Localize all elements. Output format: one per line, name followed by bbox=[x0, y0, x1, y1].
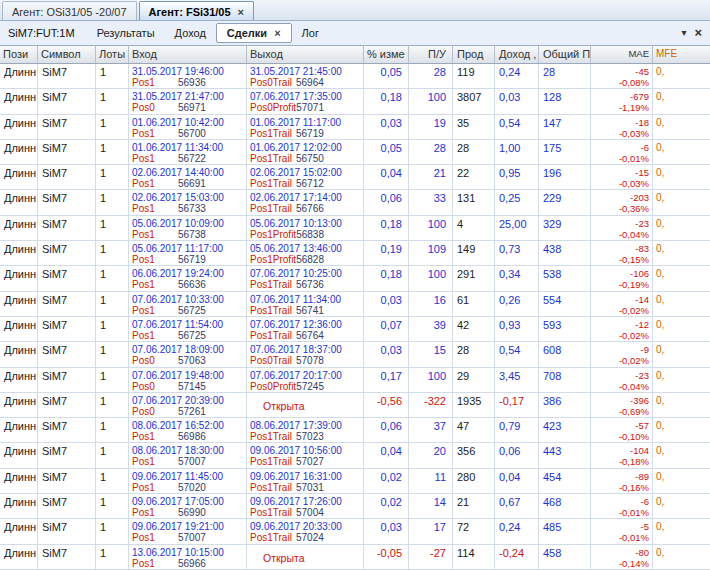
mae-cell: -6 -0,01% bbox=[591, 494, 653, 518]
mae-value: -83 bbox=[591, 243, 649, 254]
close-icon[interactable]: × bbox=[694, 28, 702, 38]
entry-price: 57007 bbox=[178, 532, 206, 543]
col-header-income[interactable]: Доход , bbox=[495, 46, 539, 63]
table-body: Длинн SiM7 1 31.05.2017 19:46:00 Pos1 56… bbox=[0, 64, 710, 570]
exit-date: 07.06.2017 17:35:00 bbox=[247, 91, 363, 102]
mae-percent: -0,15% bbox=[591, 254, 649, 265]
entry-date: 06.06.2017 19:24:00 bbox=[129, 268, 246, 279]
position-cell: Длинн bbox=[0, 266, 38, 290]
pnl-cell: 100 bbox=[409, 266, 453, 290]
mae-cell: -15 -0,03% bbox=[591, 165, 653, 189]
close-icon[interactable]: × bbox=[274, 28, 280, 38]
mae-cell: -106 -0,19% bbox=[591, 266, 653, 290]
entry-signal: Pos1 bbox=[132, 482, 178, 493]
symbol-cell: SiM7 bbox=[38, 418, 96, 442]
col-header-total-pnl[interactable]: Общий П bbox=[539, 46, 591, 63]
close-icon[interactable]: × bbox=[238, 7, 244, 17]
table-row[interactable]: Длинн SiM7 1 09.06.2017 11:45:00 Pos1 57… bbox=[0, 469, 710, 494]
table-row[interactable]: Длинн SiM7 1 01.06.2017 11:34:00 Pos1 56… bbox=[0, 140, 710, 165]
table-row[interactable]: Длинн SiM7 1 07.06.2017 20:39:00 Pos0 57… bbox=[0, 393, 710, 418]
lots-cell: 1 bbox=[96, 393, 129, 417]
duration-cell: 21 bbox=[453, 494, 495, 518]
mfe-cell: 0, bbox=[653, 469, 710, 493]
table-row[interactable]: Длинн SiM7 1 07.06.2017 11:54:00 Pos1 56… bbox=[0, 317, 710, 342]
col-header-symbol[interactable]: Символ bbox=[38, 46, 96, 63]
tab-income[interactable]: Доход bbox=[165, 24, 216, 42]
entry-date: 07.06.2017 19:48:00 bbox=[129, 370, 246, 381]
col-header-lots[interactable]: Лоты bbox=[96, 46, 129, 63]
tab-results[interactable]: Результаты bbox=[87, 24, 165, 42]
total-pnl-cell: 458 bbox=[539, 545, 591, 569]
table-row[interactable]: Длинн SiM7 1 08.06.2017 18:30:00 Pos1 57… bbox=[0, 443, 710, 468]
lots-cell: 1 bbox=[96, 443, 129, 467]
tab-agent-osi31-05[interactable]: Агент: OSi31/05 -20/07 bbox=[2, 1, 137, 20]
table-row[interactable]: Длинн SiM7 1 07.06.2017 19:48:00 Pos0 57… bbox=[0, 368, 710, 393]
table-row[interactable]: Длинн SiM7 1 31.05.2017 19:46:00 Pos1 56… bbox=[0, 64, 710, 89]
exit-signal: Pos1Profit bbox=[250, 254, 296, 265]
table-row[interactable]: Длинн SiM7 1 02.06.2017 15:03:00 Pos1 56… bbox=[0, 190, 710, 215]
entry-date: 07.06.2017 20:39:00 bbox=[129, 395, 246, 406]
mae-percent: -0,02% bbox=[591, 305, 649, 316]
position-cell: Длинн bbox=[0, 241, 38, 265]
entry-price: 56636 bbox=[178, 279, 206, 290]
mae-cell: -89 -0,16% bbox=[591, 469, 653, 493]
entry-price: 57020 bbox=[178, 482, 206, 493]
position-cell: Длинн bbox=[0, 418, 38, 442]
col-header-entry[interactable]: Вход bbox=[129, 46, 247, 63]
tab-log[interactable]: Лог bbox=[292, 24, 329, 42]
mae-cell: -396 -0,69% bbox=[591, 393, 653, 417]
entry-cell: 13.06.2017 10:15:00 Pos1 56966 bbox=[129, 545, 247, 569]
exit-signal: Pos0Profit bbox=[250, 381, 296, 392]
table-row[interactable]: Длинн SiM7 1 07.06.2017 18:09:00 Pos0 57… bbox=[0, 342, 710, 367]
pct-change-cell: 0,05 bbox=[364, 140, 409, 164]
pct-change-cell: -0,56 bbox=[364, 393, 409, 417]
table-row[interactable]: Длинн SiM7 1 31.05.2017 21:47:00 Pos0 56… bbox=[0, 89, 710, 114]
col-header-duration[interactable]: Прод bbox=[453, 46, 495, 63]
duration-cell: 131 bbox=[453, 190, 495, 214]
table-row[interactable]: Длинн SiM7 1 02.06.2017 14:40:00 Pos1 56… bbox=[0, 165, 710, 190]
tab-trades[interactable]: Сделки × bbox=[216, 23, 292, 43]
pnl-cell: -27 bbox=[409, 545, 453, 569]
entry-signal: Pos1 bbox=[132, 128, 178, 139]
col-header-exit[interactable]: Выход bbox=[247, 46, 364, 63]
mae-percent: -0,03% bbox=[591, 128, 649, 139]
symbol-cell: SiM7 bbox=[38, 190, 96, 214]
table-row[interactable]: Длинн SiM7 1 05.06.2017 11:17:00 Pos1 56… bbox=[0, 241, 710, 266]
dock-menu-icon[interactable]: ▾ bbox=[681, 28, 686, 38]
symbol-cell: SiM7 bbox=[38, 317, 96, 341]
table-row[interactable]: Длинн SiM7 1 09.06.2017 19:21:00 Pos1 57… bbox=[0, 519, 710, 544]
mae-percent: -1,19% bbox=[591, 102, 649, 113]
entry-cell: 09.06.2017 11:45:00 Pos1 57020 bbox=[129, 469, 247, 493]
entry-cell: 07.06.2017 11:54:00 Pos1 56725 bbox=[129, 317, 247, 341]
col-header-mfe[interactable]: MFE bbox=[653, 46, 710, 63]
table-row[interactable]: Длинн SiM7 1 05.06.2017 10:09:00 Pos1 56… bbox=[0, 216, 710, 241]
pnl-cell: 28 bbox=[409, 140, 453, 164]
col-header-pct-change[interactable]: % изме bbox=[364, 46, 409, 63]
table-row[interactable]: Длинн SiM7 1 06.06.2017 19:24:00 Pos1 56… bbox=[0, 266, 710, 291]
income-cell: 0,06 bbox=[495, 443, 539, 467]
entry-date: 09.06.2017 11:45:00 bbox=[129, 471, 246, 482]
table-row[interactable]: Длинн SiM7 1 13.06.2017 10:15:00 Pos1 56… bbox=[0, 545, 710, 570]
col-header-position[interactable]: Пози bbox=[0, 46, 38, 63]
exit-signal: Pos1Trail bbox=[250, 482, 296, 493]
table-row[interactable]: Длинн SiM7 1 09.06.2017 17:05:00 Pos1 56… bbox=[0, 494, 710, 519]
col-header-pnl[interactable]: П/У bbox=[409, 46, 453, 63]
mfe-cell: 0, bbox=[653, 266, 710, 290]
exit-signal: Pos1Trail bbox=[250, 431, 296, 442]
table-row[interactable]: Длинн SiM7 1 01.06.2017 10:42:00 Pos1 56… bbox=[0, 115, 710, 140]
entry-price: 56722 bbox=[178, 153, 206, 164]
entry-price: 56691 bbox=[178, 178, 206, 189]
entry-date: 09.06.2017 19:21:00 bbox=[129, 521, 246, 532]
table-row[interactable]: Длинн SiM7 1 07.06.2017 10:33:00 Pos1 56… bbox=[0, 292, 710, 317]
duration-cell: 22 bbox=[453, 165, 495, 189]
col-header-mae[interactable]: MAE bbox=[591, 46, 653, 63]
duration-cell: 114 bbox=[453, 545, 495, 569]
mfe-cell: 0, bbox=[653, 89, 710, 113]
pnl-cell: 100 bbox=[409, 368, 453, 392]
exit-signal: Pos0Trail bbox=[250, 77, 296, 88]
table-row[interactable]: Длинн SiM7 1 08.06.2017 16:52:00 Pos1 56… bbox=[0, 418, 710, 443]
instrument-label: SiM7:FUT:1M bbox=[8, 27, 75, 39]
exit-signal: Pos1Trail bbox=[250, 128, 296, 139]
tab-agent-fsi31-05[interactable]: Агент: FSi31/05 × bbox=[139, 1, 254, 20]
mae-value: -203 bbox=[591, 192, 649, 203]
